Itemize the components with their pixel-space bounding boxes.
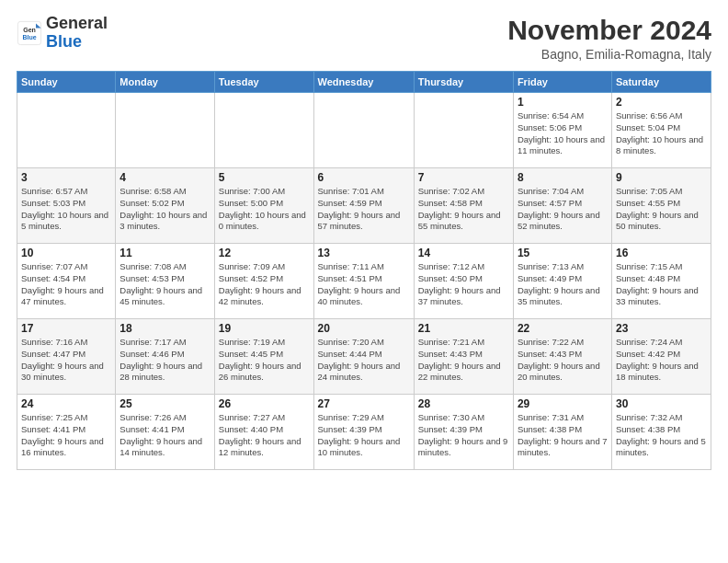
day-cell: 2Sunrise: 6:56 AM Sunset: 5:04 PM Daylig… — [611, 93, 711, 168]
day-number: 14 — [418, 247, 509, 259]
day-number: 13 — [318, 247, 410, 259]
day-info: Sunrise: 7:22 AM Sunset: 4:43 PM Dayligh… — [518, 337, 608, 384]
day-number: 4 — [119, 171, 210, 184]
week-row-3: 10Sunrise: 7:07 AM Sunset: 4:54 PM Dayli… — [17, 244, 711, 319]
day-cell — [214, 93, 313, 168]
day-number: 21 — [418, 322, 509, 335]
calendar-table: Sunday Monday Tuesday Wednesday Thursday… — [17, 71, 711, 470]
day-number: 27 — [318, 397, 410, 410]
day-number: 17 — [21, 322, 111, 335]
day-number: 9 — [616, 171, 707, 184]
day-cell: 8Sunrise: 7:04 AM Sunset: 4:57 PM Daylig… — [513, 168, 611, 244]
day-cell: 13Sunrise: 7:11 AM Sunset: 4:51 PM Dayli… — [313, 244, 414, 319]
day-number: 29 — [518, 397, 608, 410]
day-number: 26 — [219, 397, 310, 410]
logo-general: General — [46, 14, 108, 32]
day-number: 1 — [518, 96, 608, 109]
day-number: 24 — [21, 397, 111, 410]
day-cell: 7Sunrise: 7:02 AM Sunset: 4:58 PM Daylig… — [414, 168, 513, 244]
day-cell: 27Sunrise: 7:29 AM Sunset: 4:39 PM Dayli… — [313, 395, 414, 470]
day-info: Sunrise: 6:56 AM Sunset: 5:04 PM Dayligh… — [616, 110, 707, 157]
day-cell: 16Sunrise: 7:15 AM Sunset: 4:48 PM Dayli… — [611, 244, 711, 319]
header-saturday: Saturday — [611, 72, 711, 93]
day-number: 30 — [616, 397, 707, 410]
day-info: Sunrise: 7:01 AM Sunset: 4:59 PM Dayligh… — [318, 186, 410, 233]
day-cell: 10Sunrise: 7:07 AM Sunset: 4:54 PM Dayli… — [17, 244, 116, 319]
logo-blue: Blue — [46, 32, 82, 51]
day-number: 5 — [219, 171, 310, 184]
day-info: Sunrise: 7:30 AM Sunset: 4:39 PM Dayligh… — [418, 412, 509, 459]
svg-text:Blue: Blue — [22, 34, 36, 40]
header-wednesday: Wednesday — [313, 72, 414, 93]
day-number: 3 — [21, 171, 111, 184]
day-info: Sunrise: 7:17 AM Sunset: 4:46 PM Dayligh… — [119, 337, 210, 384]
day-cell: 24Sunrise: 7:25 AM Sunset: 4:41 PM Dayli… — [17, 395, 116, 470]
day-cell: 30Sunrise: 7:32 AM Sunset: 4:38 PM Dayli… — [611, 395, 711, 470]
day-info: Sunrise: 7:00 AM Sunset: 5:00 PM Dayligh… — [219, 186, 310, 233]
day-cell: 17Sunrise: 7:16 AM Sunset: 4:47 PM Dayli… — [17, 319, 116, 395]
day-cell: 14Sunrise: 7:12 AM Sunset: 4:50 PM Dayli… — [414, 244, 513, 319]
weekday-header-row: Sunday Monday Tuesday Wednesday Thursday… — [17, 72, 711, 93]
day-cell: 23Sunrise: 7:24 AM Sunset: 4:42 PM Dayli… — [611, 319, 711, 395]
day-cell — [17, 93, 116, 168]
day-number: 8 — [518, 171, 608, 184]
day-info: Sunrise: 7:32 AM Sunset: 4:38 PM Dayligh… — [616, 412, 707, 459]
day-cell: 15Sunrise: 7:13 AM Sunset: 4:49 PM Dayli… — [513, 244, 611, 319]
header-friday: Friday — [513, 72, 611, 93]
day-number: 6 — [318, 171, 410, 184]
header-tuesday: Tuesday — [214, 72, 313, 93]
day-number: 7 — [418, 171, 509, 184]
day-number: 15 — [518, 247, 608, 259]
day-info: Sunrise: 7:08 AM Sunset: 4:53 PM Dayligh… — [119, 261, 210, 308]
day-cell: 28Sunrise: 7:30 AM Sunset: 4:39 PM Dayli… — [414, 395, 513, 470]
day-info: Sunrise: 7:29 AM Sunset: 4:39 PM Dayligh… — [318, 412, 410, 459]
day-info: Sunrise: 7:05 AM Sunset: 4:55 PM Dayligh… — [616, 186, 707, 233]
week-row-1: 1Sunrise: 6:54 AM Sunset: 5:06 PM Daylig… — [17, 93, 711, 168]
day-cell: 25Sunrise: 7:26 AM Sunset: 4:41 PM Dayli… — [116, 395, 214, 470]
week-row-4: 17Sunrise: 7:16 AM Sunset: 4:47 PM Dayli… — [17, 319, 711, 395]
day-cell: 6Sunrise: 7:01 AM Sunset: 4:59 PM Daylig… — [313, 168, 414, 244]
day-number: 12 — [219, 247, 310, 259]
header-monday: Monday — [116, 72, 214, 93]
logo-text: General Blue — [46, 15, 108, 52]
day-cell: 3Sunrise: 6:57 AM Sunset: 5:03 PM Daylig… — [17, 168, 116, 244]
day-cell: 1Sunrise: 6:54 AM Sunset: 5:06 PM Daylig… — [513, 93, 611, 168]
day-number: 2 — [616, 96, 707, 109]
day-cell: 21Sunrise: 7:21 AM Sunset: 4:43 PM Dayli… — [414, 319, 513, 395]
day-info: Sunrise: 7:16 AM Sunset: 4:47 PM Dayligh… — [21, 337, 111, 384]
logo-icon: Gen Blue — [17, 20, 42, 46]
day-cell — [414, 93, 513, 168]
day-cell: 11Sunrise: 7:08 AM Sunset: 4:53 PM Dayli… — [116, 244, 214, 319]
day-cell: 18Sunrise: 7:17 AM Sunset: 4:46 PM Dayli… — [116, 319, 214, 395]
day-cell — [313, 93, 414, 168]
day-info: Sunrise: 7:02 AM Sunset: 4:58 PM Dayligh… — [418, 186, 509, 233]
svg-text:Gen: Gen — [23, 26, 36, 32]
header-thursday: Thursday — [414, 72, 513, 93]
header-sunday: Sunday — [17, 72, 116, 93]
day-number: 22 — [518, 322, 608, 335]
day-cell: 12Sunrise: 7:09 AM Sunset: 4:52 PM Dayli… — [214, 244, 313, 319]
day-info: Sunrise: 7:09 AM Sunset: 4:52 PM Dayligh… — [219, 261, 310, 308]
day-info: Sunrise: 7:04 AM Sunset: 4:57 PM Dayligh… — [518, 186, 608, 233]
day-cell: 22Sunrise: 7:22 AM Sunset: 4:43 PM Dayli… — [513, 319, 611, 395]
day-cell — [116, 93, 214, 168]
day-info: Sunrise: 7:07 AM Sunset: 4:54 PM Dayligh… — [21, 261, 111, 308]
day-number: 23 — [616, 322, 707, 335]
day-info: Sunrise: 7:24 AM Sunset: 4:42 PM Dayligh… — [616, 337, 707, 384]
day-cell: 20Sunrise: 7:20 AM Sunset: 4:44 PM Dayli… — [313, 319, 414, 395]
day-number: 19 — [219, 322, 310, 335]
day-number: 28 — [418, 397, 509, 410]
day-cell: 29Sunrise: 7:31 AM Sunset: 4:38 PM Dayli… — [513, 395, 611, 470]
day-info: Sunrise: 7:19 AM Sunset: 4:45 PM Dayligh… — [219, 337, 310, 384]
day-info: Sunrise: 7:13 AM Sunset: 4:49 PM Dayligh… — [518, 261, 608, 308]
day-info: Sunrise: 7:26 AM Sunset: 4:41 PM Dayligh… — [119, 412, 210, 459]
page-header: Gen Blue General Blue November 2024 Bagn… — [17, 15, 711, 62]
day-number: 16 — [616, 247, 707, 259]
day-cell: 26Sunrise: 7:27 AM Sunset: 4:40 PM Dayli… — [214, 395, 313, 470]
day-info: Sunrise: 7:31 AM Sunset: 4:38 PM Dayligh… — [518, 412, 608, 459]
day-cell: 19Sunrise: 7:19 AM Sunset: 4:45 PM Dayli… — [214, 319, 313, 395]
day-info: Sunrise: 7:12 AM Sunset: 4:50 PM Dayligh… — [418, 261, 509, 308]
day-info: Sunrise: 6:57 AM Sunset: 5:03 PM Dayligh… — [21, 186, 111, 233]
day-number: 25 — [119, 397, 210, 410]
logo: Gen Blue General Blue — [17, 15, 108, 52]
